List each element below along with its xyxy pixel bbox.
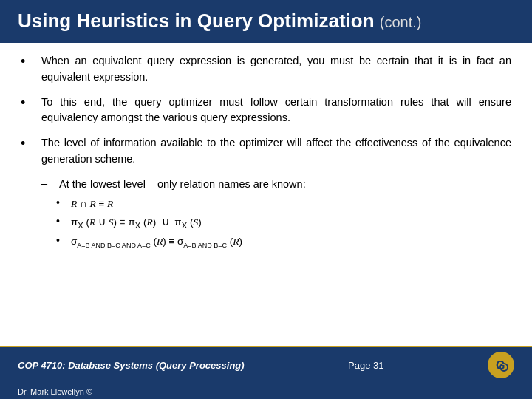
- bullet-3: • The level of information available to …: [21, 135, 511, 168]
- bullet-1: • When an equivalent query expression is…: [21, 53, 511, 86]
- sub-bullet-icon-3: •: [56, 234, 64, 246]
- bullet-2: • To this end, the query optimizer must …: [21, 95, 511, 127]
- slide-footer: COP 4710: Database Systems (Query Proces…: [0, 347, 532, 383]
- slide: Using Heuristics in Query Optimization (…: [0, 0, 532, 399]
- bullet-icon-3: •: [21, 136, 31, 151]
- logo-svg: G: [491, 355, 511, 375]
- bullet-icon-1: •: [21, 54, 31, 69]
- footer-course: COP 4710: Database Systems (Query Proces…: [18, 360, 245, 371]
- cont-label: (cont.): [380, 14, 422, 30]
- sub-bullet-text-1: R ∩ R ≡ R: [71, 197, 113, 211]
- sub-bullet-3: • σA=B AND B=C AND A=C (R) ≡ σA=B AND B=…: [56, 234, 511, 250]
- author-bar: Dr. Mark Llewellyn ©: [0, 383, 532, 399]
- dash-text: At the lowest level – only relation name…: [59, 177, 306, 193]
- footer-page: Page 31: [348, 360, 383, 371]
- footer-logo: G: [488, 352, 514, 378]
- bullet-text-2: To this end, the query optimizer must fo…: [41, 95, 511, 127]
- dash-item: – At the lowest level – only relation na…: [41, 177, 511, 193]
- sub-bullet-2: • πX (R ∪ S) ≡ πX (R) ∪ πX (S): [56, 215, 511, 232]
- author-text: Dr. Mark Llewellyn ©: [18, 387, 92, 396]
- sub-bullet-icon-2: •: [56, 215, 64, 227]
- title-text: Using Heuristics in Query Optimization: [18, 10, 375, 32]
- sub-bullet-text-3: σA=B AND B=C AND A=C (R) ≡ σA=B AND B=C …: [71, 234, 242, 250]
- bullet-text-1: When an equivalent query expression is g…: [41, 53, 511, 86]
- sub-bullet-1: • R ∩ R ≡ R: [56, 197, 511, 211]
- sub-section: – At the lowest level – only relation na…: [41, 177, 511, 251]
- slide-content: • When an equivalent query expression is…: [0, 43, 532, 346]
- bullet-icon-2: •: [21, 95, 31, 111]
- sub-bullet-icon-1: •: [56, 197, 64, 208]
- bullet-text-3: The level of information available to th…: [41, 135, 511, 168]
- slide-header: Using Heuristics in Query Optimization (…: [0, 0, 532, 43]
- slide-title: Using Heuristics in Query Optimization (…: [18, 10, 421, 33]
- dash-icon: –: [41, 177, 50, 189]
- sub-bullet-text-2: πX (R ∪ S) ≡ πX (R) ∪ πX (S): [71, 215, 202, 232]
